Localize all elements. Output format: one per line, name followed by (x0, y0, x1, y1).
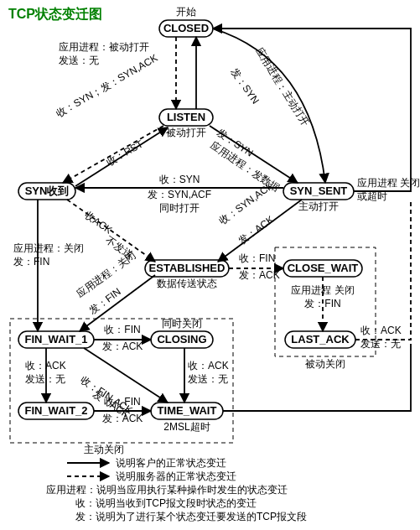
lbl-est-cw-1: 收：FIN (239, 252, 275, 264)
svg-text:SYN_SENT: SYN_SENT (290, 184, 348, 197)
legend-app: 应用进程：说明当应用执行某种操作时发生的状态变迁 (46, 484, 288, 496)
edge-la-up (355, 201, 411, 340)
lbl-ss-est-2: 发：ACK (236, 213, 277, 247)
lbl-ss-close-1: 应用进程 关闭 (357, 177, 420, 189)
svg-text:LISTEN: LISTEN (167, 111, 205, 123)
legend-dash: 说明服务器的正常状态变迁 (116, 470, 236, 482)
lbl-fw1-cl-1: 收：FIN (104, 324, 140, 335)
lbl-fw1-fw2-1: 收：ACK (25, 360, 66, 372)
lbl-est-cw-2: 发：ACK (239, 269, 280, 281)
edge-tw-closed (223, 344, 411, 411)
lbl-closed-synsent-2: 发：SYN (229, 66, 262, 107)
lbl-ss-close-2: 或超时 (357, 190, 387, 202)
diagram-title: TCP状态变迁图 (8, 7, 102, 21)
active-close-label: 主动关闭 (84, 444, 124, 455)
state-syn-recv: SYN收到 (18, 183, 75, 200)
state-close-wait: CLOSE_WAIT (283, 260, 362, 277)
svg-text:CLOSE_WAIT: CLOSE_WAIT (288, 262, 359, 274)
lbl-sr-fw1-2: 发：FIN (13, 256, 49, 268)
start-label: 开始 (176, 6, 196, 18)
lbl-cl-tw-1: 收：ACK (188, 360, 229, 372)
state-established: ESTABLISHED 数据传送状态 (145, 260, 229, 289)
legend-recv: 收：说明当收到TCP报文段时状态的变迁 (75, 497, 257, 509)
state-syn-sent: SYN_SENT 主动打开 (283, 183, 354, 212)
svg-text:FIN_WAIT_2: FIN_WAIT_2 (24, 404, 87, 417)
state-time-wait: TIME_WAIT 2MSL超时 (151, 403, 223, 433)
legend: 说明客户的正常状态变迁 说明服务器的正常状态变迁 应用进程：说明当应用执行某种操… (46, 457, 307, 522)
lbl-sr-est-1: 收ACK (82, 209, 114, 236)
state-closing: CLOSING 同时关闭 (151, 318, 213, 348)
lbl-cw-la-2: 发：FIN (304, 298, 340, 309)
svg-text:ESTABLISHED: ESTABLISHED (149, 262, 226, 274)
state-fin-wait-2: FIN_WAIT_2 (18, 403, 94, 419)
state-listen: LISTEN 被动打开 (159, 109, 213, 138)
lbl-closed-listen-1: 应用进程：被动打开 (59, 41, 149, 53)
synsent-note: 主动打开 (298, 200, 339, 212)
svg-text:CLOSED: CLOSED (163, 22, 209, 34)
closing-note: 同时关闭 (162, 318, 202, 330)
lbl-fw2-tw-2: 发：ACK (102, 413, 143, 424)
svg-text:SYN收到: SYN收到 (25, 184, 70, 197)
listen-note: 被动打开 (166, 127, 206, 138)
lbl-fw1-fw2-2: 发送：无 (25, 373, 65, 385)
lbl-la-1: 收：ACK (360, 325, 402, 336)
legend-solid: 说明客户的正常状态变迁 (116, 457, 226, 469)
lbl-ss-sr-2: 发：SYN,ACF (148, 189, 211, 200)
svg-text:CLOSING: CLOSING (157, 333, 206, 346)
lbl-ss-sr-3: 同时打开 (159, 202, 200, 214)
state-closed: 开始 CLOSED (159, 6, 213, 37)
lbl-synrecv-listen: 收：RST (105, 138, 146, 168)
lbl-fw1-cl-2: 发：ACK (102, 340, 143, 352)
state-last-ack: LAST_ACK (285, 331, 355, 348)
lbl-sr-fw1-1: 应用进程：关闭 (13, 242, 84, 254)
svg-text:LAST_ACK: LAST_ACK (291, 333, 350, 346)
tw-note: 2MSL超时 (163, 421, 210, 433)
svg-text:FIN_WAIT_1: FIN_WAIT_1 (24, 333, 87, 346)
lbl-la-2: 发送：无 (360, 338, 401, 350)
svg-text:TIME_WAIT: TIME_WAIT (158, 404, 217, 417)
lbl-cl-tw-2: 发送：无 (188, 373, 228, 385)
lbl-closed-listen-2: 发送：无 (59, 55, 99, 66)
lbl-closed-synsent-1: 应用进程：主动打开 (253, 45, 311, 128)
lbl-ss-sr-1: 收：SYN (159, 174, 200, 185)
est-note: 数据传送状态 (157, 278, 217, 289)
lbl-cw-la-1: 应用进程 关闭 (291, 284, 354, 296)
legend-send: 发：说明为了进行某个状态变迁要发送的TCP报文段 (75, 511, 307, 522)
passive-close-label: 被动关闭 (305, 358, 345, 370)
state-fin-wait-1: FIN_WAIT_1 (18, 331, 94, 348)
lbl-fw2-tw-1: 收：FIN (104, 396, 140, 408)
